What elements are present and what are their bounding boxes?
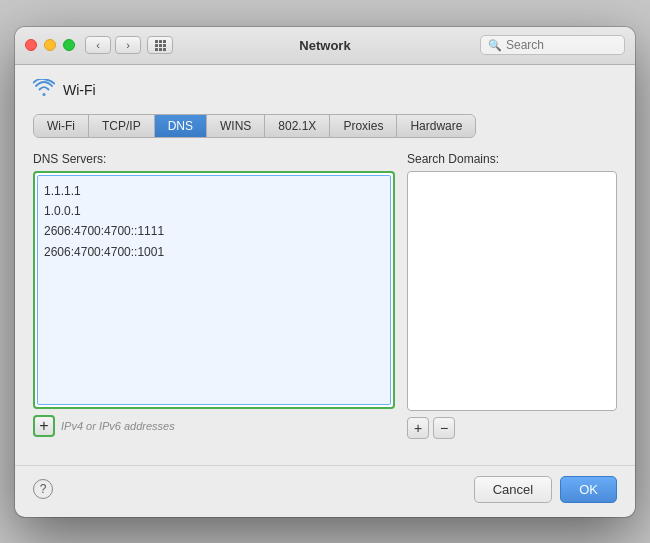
dns-entry-2: 2606:4700:4700::1111 xyxy=(44,221,384,241)
search-domains-label: Search Domains: xyxy=(407,152,617,166)
dns-add-button[interactable]: + xyxy=(33,415,55,437)
search-domains-add-button[interactable]: + xyxy=(407,417,429,439)
help-button[interactable]: ? xyxy=(33,479,53,499)
tab-wifi[interactable]: Wi-Fi xyxy=(34,115,89,137)
dns-entry-0: 1.1.1.1 xyxy=(44,181,384,201)
wifi-icon xyxy=(33,79,55,102)
wifi-label: Wi-Fi xyxy=(63,82,96,98)
back-button[interactable]: ‹ xyxy=(85,36,111,54)
content-area: Wi-Fi Wi-Fi TCP/IP DNS WINS 802.1X Proxi… xyxy=(15,65,635,457)
search-icon: 🔍 xyxy=(488,39,502,52)
dns-list[interactable]: 1.1.1.1 1.0.0.1 2606:4700:4700::1111 260… xyxy=(37,175,391,405)
minimize-button[interactable] xyxy=(44,39,56,51)
grid-icon xyxy=(155,40,166,51)
tab-tcpip[interactable]: TCP/IP xyxy=(89,115,155,137)
dns-entry-3: 2606:4700:4700::1001 xyxy=(44,242,384,262)
dns-servers-label: DNS Servers: xyxy=(33,152,395,166)
window-title: Network xyxy=(299,38,350,53)
tab-proxies[interactable]: Proxies xyxy=(330,115,397,137)
traffic-lights xyxy=(25,39,75,51)
cancel-button[interactable]: Cancel xyxy=(474,476,552,503)
search-domains-remove-button[interactable]: − xyxy=(433,417,455,439)
dns-servers-panel: DNS Servers: 1.1.1.1 1.0.0.1 2606:4700:4… xyxy=(33,152,395,437)
dns-entry-1: 1.0.0.1 xyxy=(44,201,384,221)
network-window: ‹ › Network 🔍 xyxy=(15,27,635,517)
search-domains-bottom-row: + − xyxy=(407,417,617,439)
tab-bar: Wi-Fi TCP/IP DNS WINS 802.1X Proxies Har… xyxy=(33,114,476,138)
search-domains-list[interactable] xyxy=(407,171,617,411)
grid-button[interactable] xyxy=(147,36,173,54)
tab-dns[interactable]: DNS xyxy=(155,115,207,137)
tab-hardware[interactable]: Hardware xyxy=(397,115,475,137)
search-domains-panel: Search Domains: + − xyxy=(407,152,617,439)
titlebar: ‹ › Network 🔍 xyxy=(15,27,635,65)
close-button[interactable] xyxy=(25,39,37,51)
tab-8021x[interactable]: 802.1X xyxy=(265,115,330,137)
dns-bottom-row: + IPv4 or IPv6 addresses xyxy=(33,415,395,437)
footer-buttons: Cancel OK xyxy=(474,476,617,503)
forward-button[interactable]: › xyxy=(115,36,141,54)
nav-buttons: ‹ › xyxy=(85,36,141,54)
panels: DNS Servers: 1.1.1.1 1.0.0.1 2606:4700:4… xyxy=(33,152,617,439)
search-input[interactable] xyxy=(506,38,617,52)
wifi-row: Wi-Fi xyxy=(33,79,617,102)
footer: ? Cancel OK xyxy=(15,465,635,517)
dns-list-container: 1.1.1.1 1.0.0.1 2606:4700:4700::1111 260… xyxy=(33,171,395,409)
dns-hint-text: IPv4 or IPv6 addresses xyxy=(61,420,175,432)
search-box[interactable]: 🔍 xyxy=(480,35,625,55)
maximize-button[interactable] xyxy=(63,39,75,51)
tab-wins[interactable]: WINS xyxy=(207,115,265,137)
ok-button[interactable]: OK xyxy=(560,476,617,503)
